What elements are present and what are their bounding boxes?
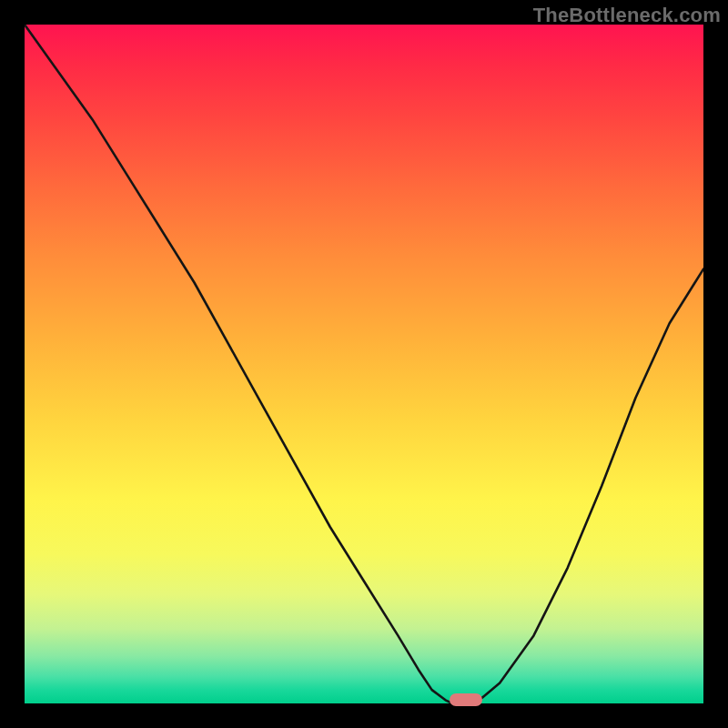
optimal-point-marker: [450, 693, 482, 706]
watermark-text: TheBottleneck.com: [533, 4, 721, 27]
curve-path: [25, 25, 703, 703]
bottleneck-curve: [25, 25, 703, 703]
chart-frame: TheBottleneck.com: [0, 0, 728, 728]
